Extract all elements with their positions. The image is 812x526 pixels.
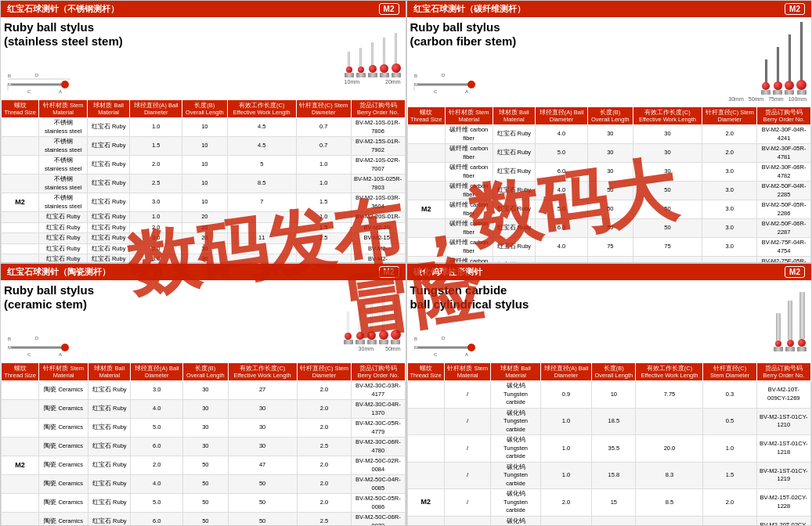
- data-cell: 27: [228, 381, 297, 400]
- table-row: / 碳化钨 Tungsten carbide1.035.520.01.0BV-M…: [407, 435, 811, 463]
- data-cell: BV-M2-50C-05R-0086: [352, 494, 405, 513]
- stylus-cf-2: [773, 47, 782, 95]
- th-bl-5: 有效工作长度(C) Effective Work Length: [228, 363, 297, 381]
- data-cell: 陶瓷 Ceramics: [39, 494, 88, 513]
- data-cell: 1.5: [296, 193, 351, 212]
- th-tl-2: 球材质 Ball Material: [88, 100, 130, 118]
- svg-text:D: D: [35, 336, 39, 340]
- stylus-cer-2: [355, 308, 365, 344]
- table-row: 陶瓷 Ceramics红宝石 Ruby5.030302.0BV-M2-30C-0…: [2, 419, 406, 438]
- thread-size-cell: [407, 238, 445, 257]
- data-cell: 8.5: [636, 489, 703, 517]
- stylus-cer-4: [379, 296, 388, 344]
- svg-text:A: A: [465, 352, 468, 357]
- data-cell: 红宝石 Ruby: [88, 419, 131, 438]
- data-cell: BV-M2-50C-06R-0070: [352, 513, 405, 526]
- data-cell: 碳化钨 Tungsten carbide: [491, 381, 540, 409]
- data-cell: 红宝石 Ruby: [88, 254, 130, 263]
- schematic-bl: B M C A D: [4, 315, 74, 358]
- data-cell: 75: [588, 238, 633, 257]
- data-cell: 4.5: [227, 118, 296, 137]
- data-cell: 50: [183, 456, 228, 475]
- thread-size-cell: M2: [407, 489, 444, 517]
- data-cell: 15: [592, 489, 636, 517]
- panel-header-title-bl: 红宝石球测针（陶瓷测杆）: [7, 266, 110, 278]
- data-cell: 35.5: [592, 435, 636, 463]
- data-cell: 6.0: [535, 219, 587, 238]
- data-cell: 碳纤维 carbon fiber: [445, 125, 493, 144]
- panel-body-bl: Ruby ball stylus (ceramic stem) B M C A …: [1, 280, 406, 362]
- data-cell: 2.0: [540, 516, 592, 525]
- dim-cf-100: 100mm: [789, 96, 807, 102]
- th-tl-7: 货品订购号码 Berry Order No.: [351, 100, 405, 118]
- svg-text:C: C: [434, 89, 438, 94]
- data-cell: 20: [182, 212, 227, 223]
- stylus-4: [380, 38, 389, 77]
- svg-text:M: M: [414, 345, 418, 350]
- data-cell: 不锈钢 stainless steel: [39, 175, 88, 193]
- data-cell: 5.0: [535, 144, 587, 163]
- table-row: 碳纤维 carbon fiber红宝石 Ruby6.050503.0BV-M2-…: [407, 219, 811, 238]
- data-cell: BV-M2-50F-05R-2286: [757, 200, 811, 219]
- data-cell: 1.0: [296, 212, 351, 223]
- schematic-tl: B M C A D: [4, 52, 74, 95]
- data-cell: BV-M2-30C-04R-1370: [352, 400, 405, 419]
- data-cell: 2.0: [130, 222, 182, 233]
- data-cell: 碳纤维 carbon fiber: [445, 182, 493, 200]
- data-cell: 3.0: [702, 257, 757, 263]
- data-cell: 1.5: [296, 222, 351, 233]
- panel-body-tr: Ruby ball stylus (carbon fiber stem) B M…: [407, 17, 812, 106]
- data-cell: 30: [183, 419, 228, 438]
- data-cell: 红宝石 Ruby: [493, 257, 535, 263]
- thread-size-cell: [2, 494, 39, 513]
- data-cell: 红宝石 Ruby: [39, 233, 88, 244]
- data-cell: BV-M2-30C-05R-4779: [352, 419, 405, 438]
- data-cell: BV-M2-50F-06R-2287: [757, 219, 811, 238]
- data-cell: 红宝石 Ruby: [39, 222, 88, 233]
- data-cell: 3.0: [702, 163, 757, 182]
- panel-title-area-bl: Ruby ball stylus (ceramic stem) B M C A …: [4, 283, 201, 359]
- data-cell: 1.0: [130, 118, 182, 137]
- table-row: 碳纤维 carbon fiber红宝石 Ruby5.030302.0BV-M2-…: [407, 144, 811, 163]
- thread-size-cell: [407, 516, 444, 525]
- data-cell: /: [444, 462, 490, 489]
- data-cell: 10: [592, 381, 636, 409]
- data-cell: [636, 516, 703, 525]
- table-row: 陶瓷 Ceramics红宝石 Ruby3.030272.0BV-M2-30C-0…: [2, 381, 406, 400]
- th-br-3: 球径直径(A) Ball Diameter: [540, 363, 592, 381]
- data-cell: 碳化钨 Tungsten carbide: [491, 408, 540, 435]
- data-cell: 3.0: [702, 219, 757, 238]
- th-bl-4: 长度(B) Overall Length: [183, 363, 228, 381]
- table-row: / 碳化钨 Tungsten carbide1.018.50.5BV-M2-1S…: [407, 408, 811, 435]
- data-cell: 0.5: [703, 408, 756, 435]
- data-cell: /: [444, 516, 490, 525]
- data-cell: 8.3: [636, 462, 703, 489]
- data-cell: [636, 408, 703, 435]
- th-tl-6: 针杆直径(C) Stem Diameter: [296, 100, 351, 118]
- data-cell: [296, 243, 351, 254]
- data-cell: 1.5: [130, 137, 182, 156]
- data-cell: 50: [588, 200, 633, 219]
- stylus-3: [368, 42, 377, 77]
- data-cell: 30: [182, 243, 227, 254]
- data-cell: 红宝石 Ruby: [88, 381, 131, 400]
- thread-size-cell: [407, 435, 444, 463]
- table-row: 陶瓷 Ceramics红宝石 Ruby4.050502.0BV-M2-50C-0…: [2, 475, 406, 494]
- dim-cf-75: 75mm: [768, 96, 783, 102]
- svg-point-15: [467, 81, 475, 88]
- dim-cf-30: 30mm: [728, 96, 743, 102]
- data-cell: 2.0: [130, 156, 182, 175]
- data-cell: 75: [633, 257, 702, 263]
- data-cell: 2.0: [130, 243, 182, 254]
- table-row: 陶瓷 Ceramics红宝石 Ruby4.030302.0BV-M2-30C-0…: [2, 400, 406, 419]
- data-cell: 1.0: [296, 175, 351, 193]
- data-cell: 7: [227, 193, 296, 212]
- data-cell: 2.0: [297, 381, 352, 400]
- data-cell: 红宝石 Ruby: [39, 212, 88, 223]
- data-cell: BV-M2-15-: [351, 233, 405, 244]
- data-cell: 5.0: [535, 257, 587, 263]
- data-cell: 2.0: [297, 456, 352, 475]
- data-cell: BV-M2-: [351, 254, 405, 263]
- stylus-1: [345, 52, 354, 77]
- dim-label-20mm-tl: 20mm: [385, 79, 400, 85]
